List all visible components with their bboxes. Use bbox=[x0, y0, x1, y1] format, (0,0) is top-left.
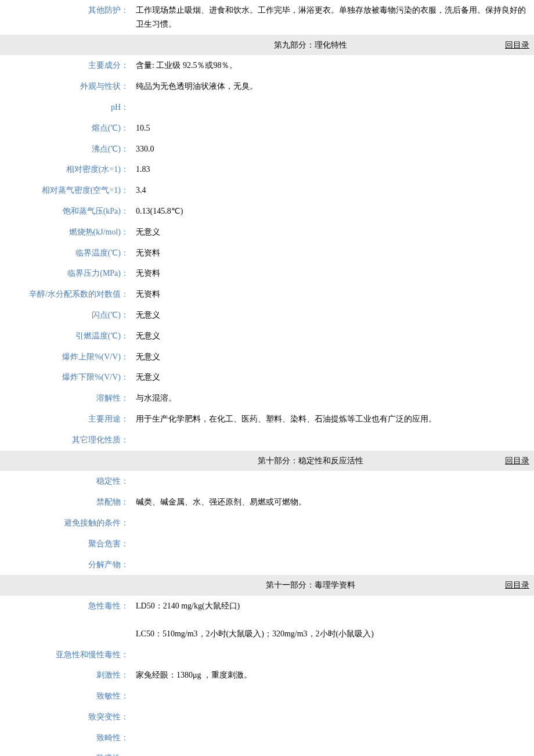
property-row: 其它理化性质： bbox=[0, 430, 534, 451]
property-value: 330.0 bbox=[134, 139, 534, 160]
property-label: 其它理化性质： bbox=[0, 430, 134, 451]
property-row: 辛醇/水分配系数的对数值：无资料 bbox=[0, 284, 534, 305]
property-value: 10.5 bbox=[134, 118, 534, 139]
property-label: pH： bbox=[0, 97, 134, 118]
property-row: 致癌性： bbox=[0, 748, 534, 756]
property-row: 燃烧热(kJ/mol)：无意义 bbox=[0, 222, 534, 243]
property-label: 爆炸上限%(V/V)： bbox=[0, 347, 134, 368]
property-value: LD50：2140 mg/kg(大鼠经口) LC50：510mg/m3，2小时(… bbox=[134, 596, 534, 644]
property-label: 主要成分： bbox=[0, 55, 134, 76]
property-value bbox=[134, 748, 534, 756]
property-row: 稳定性： bbox=[0, 471, 534, 492]
property-row: 避免接触的条件： bbox=[0, 513, 534, 534]
property-label: 外观与性状： bbox=[0, 76, 134, 97]
property-label: 引燃温度(℃)： bbox=[0, 326, 134, 347]
section-title: 第九部分：理化特性 bbox=[136, 37, 485, 54]
property-row: 亚急性和慢性毒性： bbox=[0, 645, 534, 665]
section-header: 第十一部分：毒理学资料回目录 bbox=[0, 575, 534, 596]
property-value bbox=[134, 686, 534, 707]
property-row: 外观与性状：纯品为无色透明油状液体，无臭。 bbox=[0, 76, 534, 97]
property-label: 辛醇/水分配系数的对数值： bbox=[0, 284, 134, 305]
property-row: pH： bbox=[0, 97, 534, 118]
property-value bbox=[134, 645, 534, 665]
property-row: 刺激性：家兔经眼：1380μg ，重度刺激。 bbox=[0, 665, 534, 686]
property-value: 无意义 bbox=[134, 305, 534, 326]
property-row: 闪点(℃)：无意义 bbox=[0, 305, 534, 326]
section-title: 第十一部分：毒理学资料 bbox=[136, 577, 485, 594]
property-label: 致突变性： bbox=[0, 707, 134, 728]
property-value: 纯品为无色透明油状液体，无臭。 bbox=[134, 76, 534, 97]
property-label: 致敏性： bbox=[0, 686, 134, 707]
property-value: 家兔经眼：1380μg ，重度刺激。 bbox=[134, 665, 534, 686]
property-label: 熔点(℃)： bbox=[0, 118, 134, 139]
back-to-toc-link[interactable]: 回目录 bbox=[505, 41, 529, 49]
property-label: 溶解性： bbox=[0, 388, 134, 409]
property-label: 急性毒性： bbox=[0, 596, 134, 644]
property-value: 用于生产化学肥料，在化工、医药、塑料、染料、石油提炼等工业也有广泛的应用。 bbox=[134, 409, 534, 430]
section-title: 第十部分：稳定性和反应活性 bbox=[136, 452, 485, 470]
property-value: 含量: 工业级 92.5％或98％。 bbox=[134, 55, 534, 76]
property-value: 碱类、碱金属、水、强还原剂、易燃或可燃物。 bbox=[134, 492, 534, 513]
property-label: 临界温度(℃)： bbox=[0, 243, 134, 264]
property-row: 熔点(℃)：10.5 bbox=[0, 118, 534, 139]
property-value: 无意义 bbox=[134, 326, 534, 347]
property-value bbox=[134, 471, 534, 492]
property-row: 致畸性： bbox=[0, 728, 534, 748]
property-label: 亚急性和慢性毒性： bbox=[0, 645, 134, 665]
property-row: 禁配物：碱类、碱金属、水、强还原剂、易燃或可燃物。 bbox=[0, 492, 534, 513]
section-header: 第十部分：稳定性和反应活性回目录 bbox=[0, 451, 534, 471]
back-to-toc-link[interactable]: 回目录 bbox=[505, 456, 529, 465]
property-value bbox=[134, 707, 534, 728]
property-row: 急性毒性：LD50：2140 mg/kg(大鼠经口) LC50：510mg/m3… bbox=[0, 596, 534, 644]
property-label: 致癌性： bbox=[0, 748, 134, 756]
property-label: 稳定性： bbox=[0, 471, 134, 492]
back-to-toc-link[interactable]: 回目录 bbox=[505, 581, 529, 589]
property-label: 主要用途： bbox=[0, 409, 134, 430]
property-value bbox=[134, 728, 534, 748]
section-header: 第九部分：理化特性回目录 bbox=[0, 35, 534, 56]
property-row: 主要用途：用于生产化学肥料，在化工、医药、塑料、染料、石油提炼等工业也有广泛的应… bbox=[0, 409, 534, 430]
property-label: 爆炸下限%(V/V)： bbox=[0, 367, 134, 388]
property-label: 其他防护： bbox=[0, 0, 134, 35]
property-label: 刺激性： bbox=[0, 665, 134, 686]
property-row: 引燃温度(℃)：无意义 bbox=[0, 326, 534, 347]
property-row: 相对密度(水=1)：1.83 bbox=[0, 159, 534, 180]
property-value: 无意义 bbox=[134, 347, 534, 368]
property-row: 爆炸上限%(V/V)：无意义 bbox=[0, 347, 534, 368]
property-label: 相对密度(水=1)： bbox=[0, 159, 134, 180]
property-row: 主要成分：含量: 工业级 92.5％或98％。 bbox=[0, 55, 534, 76]
msds-table: 其他防护：工作现场禁止吸烟、进食和饮水。工作完毕，淋浴更衣。单独存放被毒物污染的… bbox=[0, 0, 534, 756]
property-row: 分解产物： bbox=[0, 555, 534, 575]
property-label: 临界压力(MPa)： bbox=[0, 263, 134, 284]
property-value bbox=[134, 555, 534, 575]
property-row: 致突变性： bbox=[0, 707, 534, 728]
property-label: 致畸性： bbox=[0, 728, 134, 748]
property-row: 溶解性：与水混溶。 bbox=[0, 388, 534, 409]
property-row: 沸点(℃)：330.0 bbox=[0, 139, 534, 160]
property-label: 禁配物： bbox=[0, 492, 134, 513]
property-value: 3.4 bbox=[134, 180, 534, 201]
property-label: 聚合危害： bbox=[0, 534, 134, 555]
property-value: 工作现场禁止吸烟、进食和饮水。工作完毕，淋浴更衣。单独存放被毒物污染的衣服，洗后… bbox=[134, 0, 534, 35]
property-value: 无意义 bbox=[134, 367, 534, 388]
property-label: 分解产物： bbox=[0, 555, 134, 575]
property-row: 相对蒸气密度(空气=1)：3.4 bbox=[0, 180, 534, 201]
property-label: 相对蒸气密度(空气=1)： bbox=[0, 180, 134, 201]
property-label: 沸点(℃)： bbox=[0, 139, 134, 160]
property-row: 其他防护：工作现场禁止吸烟、进食和饮水。工作完毕，淋浴更衣。单独存放被毒物污染的… bbox=[0, 0, 534, 35]
property-row: 临界温度(℃)：无资料 bbox=[0, 243, 534, 264]
property-row: 聚合危害： bbox=[0, 534, 534, 555]
property-value: 无意义 bbox=[134, 222, 534, 243]
property-value bbox=[134, 97, 534, 118]
property-value: 无资料 bbox=[134, 263, 534, 284]
property-value: 无资料 bbox=[134, 284, 534, 305]
property-value: 无资料 bbox=[134, 243, 534, 264]
property-label: 饱和蒸气压(kPa)： bbox=[0, 201, 134, 222]
property-value: 与水混溶。 bbox=[134, 388, 534, 409]
property-label: 避免接触的条件： bbox=[0, 513, 134, 534]
property-value bbox=[134, 534, 534, 555]
property-value: 1.83 bbox=[134, 159, 534, 180]
property-value bbox=[134, 513, 534, 534]
property-row: 致敏性： bbox=[0, 686, 534, 707]
property-row: 饱和蒸气压(kPa)：0.13(145.8℃) bbox=[0, 201, 534, 222]
